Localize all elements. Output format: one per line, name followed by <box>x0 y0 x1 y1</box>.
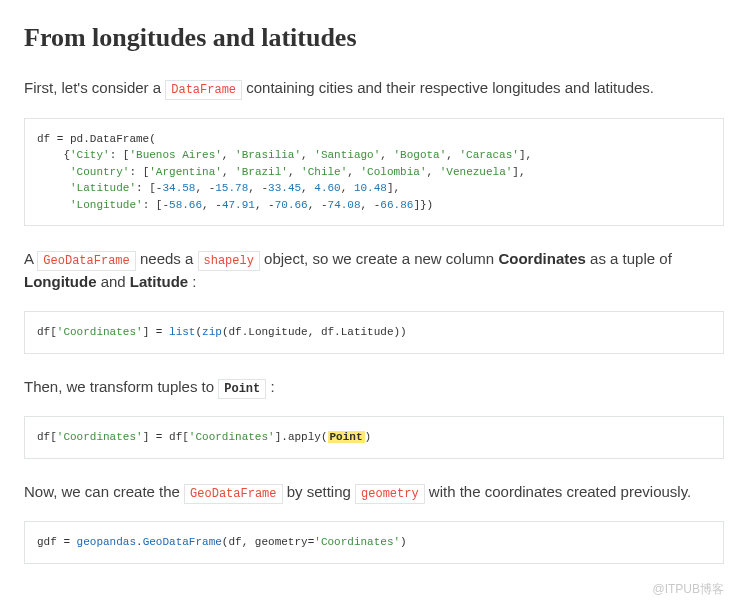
code-block-apply-point: df['Coordinates'] = df['Coordinates'].ap… <box>24 416 724 459</box>
text: Then, we transform tuples to <box>24 378 218 395</box>
bold-latitude: Latitude <box>130 273 188 290</box>
text: containing cities and their respective l… <box>242 79 654 96</box>
text: A <box>24 250 37 267</box>
code-block-gdf-create: gdf = geopandas.GeoDataFrame(df, geometr… <box>24 521 724 564</box>
code-block-dataframe-create: df = pd.DataFrame( {'City': ['Buenos Air… <box>24 118 724 227</box>
paragraph-create-gdf: Now, we can create the GeoDataFrame by s… <box>24 481 724 504</box>
text: object, so we create a new column <box>260 250 498 267</box>
inline-code-geodataframe2: GeoDataFrame <box>184 484 282 504</box>
paragraph-intro: First, let's consider a DataFrame contai… <box>24 77 724 100</box>
highlight-point: Point <box>328 431 365 443</box>
inline-code-point-hl: Point <box>218 379 266 399</box>
watermark-text: @ITPUB博客 <box>24 580 724 598</box>
text: needs a <box>136 250 198 267</box>
inline-code-shapely: shapely <box>198 251 260 271</box>
paragraph-point: Then, we transform tuples to Point : <box>24 376 724 399</box>
bold-longitude: Longitude <box>24 273 96 290</box>
text: and <box>96 273 129 290</box>
section-heading: From longitudes and latitudes <box>24 18 724 57</box>
text: Now, we can create the <box>24 483 184 500</box>
text: : <box>188 273 196 290</box>
text: First, let's consider a <box>24 79 165 96</box>
text: as a tuple of <box>586 250 672 267</box>
text: by setting <box>283 483 356 500</box>
inline-code-geodataframe: GeoDataFrame <box>37 251 135 271</box>
code-block-coordinates-zip: df['Coordinates'] = list(zip(df.Longitud… <box>24 311 724 354</box>
paragraph-geodataframe: A GeoDataFrame needs a shapely object, s… <box>24 248 724 293</box>
inline-code-geometry: geometry <box>355 484 425 504</box>
text: : <box>266 378 274 395</box>
text: with the coordinates created previously. <box>425 483 692 500</box>
inline-code-dataframe: DataFrame <box>165 80 242 100</box>
bold-coordinates: Coordinates <box>498 250 586 267</box>
